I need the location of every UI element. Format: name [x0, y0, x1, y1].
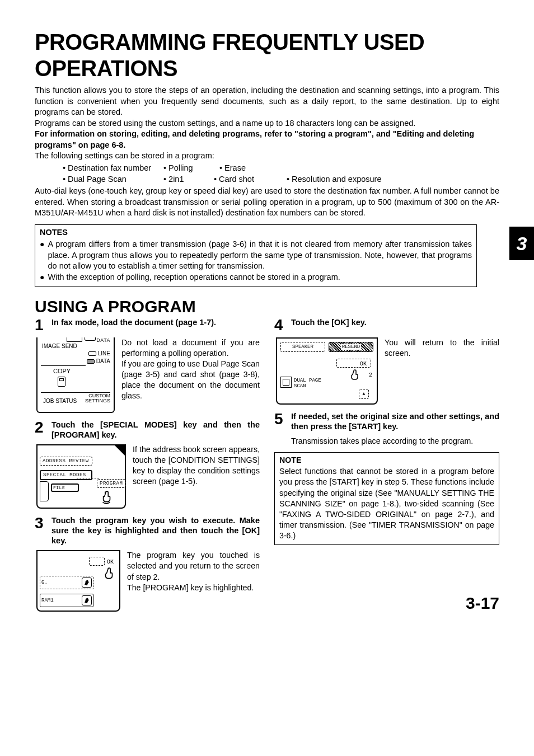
program-button: PROGRAM: [97, 479, 125, 488]
program-row: G.: [40, 576, 93, 589]
step-5-subtext: Transmission takes place according to th…: [291, 436, 499, 447]
intro-p5: Auto-dial keys (one-touch key, group key…: [35, 186, 499, 219]
line-label: LINE: [98, 350, 110, 356]
step-4-text: You will return to the initial screen.: [385, 337, 499, 405]
right-column: 4 Touch the [OK] key. SPEAKER RESEND OK …: [274, 317, 499, 619]
step-title: Touch the program key you wish to execut…: [51, 515, 260, 546]
step-5-header: 5 If needed, set the original size and o…: [274, 411, 499, 431]
setting-item: Card shot: [219, 174, 254, 185]
page-number: 3-17: [466, 594, 499, 613]
page-icon: [58, 377, 65, 387]
step-3-header: 3 Touch the program key you wish to exec…: [35, 515, 260, 546]
settings-list: •Destination fax number •Polling •Erase …: [63, 163, 499, 185]
data-label: DATA: [96, 337, 110, 343]
step-title: If needed, set the original size and oth…: [291, 411, 499, 431]
step-title: In fax mode, load the document (page 1-7…: [51, 317, 216, 333]
intro-block: This function allows you to store the st…: [35, 85, 499, 219]
setting-item: Erase: [224, 163, 246, 174]
intro-p1: This function allows you to store the st…: [35, 85, 499, 118]
dual-page-scan-label: DUAL PAGE SCAN: [294, 378, 321, 389]
step-4-header: 4 Touch the [OK] key.: [274, 317, 499, 333]
step-3-text: The program key you touched is selected …: [127, 550, 260, 612]
bullet-icon: ●: [40, 239, 44, 272]
ok-label: OK: [107, 559, 114, 565]
step-number: 4: [274, 317, 291, 333]
step-title: Touch the [SPECIAL MODES] key and then t…: [51, 420, 260, 440]
copy-label: COPY: [53, 368, 71, 374]
intro-p3: For information on storing, editing, and…: [35, 129, 499, 151]
manual-page: 3 PROGRAMMING FREQUENTLY USED OPERATIONS…: [0, 0, 534, 635]
hand-pointer-icon: [348, 369, 361, 382]
setting-item: Destination fax number: [68, 163, 151, 174]
step-number: 5: [274, 411, 291, 431]
step-2-body: ADDRESS REVIEW SPECIAL MODES FILE PROGRA…: [36, 444, 260, 509]
tab-icon: [40, 481, 49, 501]
two-label: 2: [369, 372, 372, 378]
job-status-label: JOB STATUS: [43, 398, 77, 404]
address-review-button: ADDRESS REVIEW: [40, 457, 92, 466]
note-body: Select functions that cannot be stored i…: [279, 466, 494, 541]
left-column: 1 In fax mode, load the document (page 1…: [35, 317, 260, 619]
two-column-layout: 1 In fax mode, load the document (page 1…: [35, 317, 499, 619]
special-modes-button: SPECIAL MODES: [40, 470, 92, 480]
speaker-button: SPEAKER: [280, 342, 325, 352]
step-1-body: DATA IMAGE SEND LINE DATA COPY JOB STATU…: [36, 337, 260, 413]
section-title: USING A PROGRAM: [35, 297, 499, 316]
up-arrow-icon: [359, 389, 369, 399]
note-box: NOTE Select functions that cannot be sto…: [274, 452, 499, 545]
page-title: PROGRAMMING FREQUENTLY USED OPERATIONS: [35, 29, 485, 82]
step-1-graphic: DATA IMAGE SEND LINE DATA COPY JOB STATU…: [36, 337, 115, 413]
note-text: With the exception of polling, reception…: [48, 272, 472, 283]
step-4-body: SPEAKER RESEND OK 2 DUAL PAGE SCAN You w…: [276, 337, 499, 405]
step-2-text: If the address book screen appears, touc…: [133, 444, 260, 509]
intro-p4: The following settings can be stored in …: [35, 151, 499, 162]
step-3-body: OK G. RAM1 The program key you touched i…: [36, 550, 260, 612]
image-send-label: IMAGE SEND: [42, 343, 77, 349]
hand-pointer-icon: [101, 567, 116, 581]
step-2-header: 2 Touch the [SPECIAL MODES] key and then…: [35, 420, 260, 440]
corner-fold-icon: [114, 444, 126, 457]
step-number: 1: [35, 317, 51, 333]
notes-heading: NOTES: [40, 227, 472, 238]
file-button: FILE: [51, 483, 79, 492]
document-icon: [280, 377, 292, 388]
step-3-graphic: OK G. RAM1: [36, 550, 120, 612]
bullet-icon: ●: [40, 272, 44, 283]
phone-icon: [82, 595, 92, 605]
note-text: A program differs from a timer transmiss…: [48, 239, 472, 272]
phone-icon: [82, 577, 92, 588]
step-title: Touch the [OK] key.: [291, 317, 367, 333]
setting-item: 2in1: [168, 174, 184, 185]
chapter-tab: 3: [509, 227, 534, 260]
setting-item: Resolution and exposure: [292, 174, 381, 185]
hand-pointer-icon: [99, 490, 114, 505]
step-4-graphic: SPEAKER RESEND OK 2 DUAL PAGE SCAN: [276, 337, 378, 405]
custom-settings-label: CUSTOM SETTINGS: [85, 393, 110, 403]
intro-p2: Programs can be stored using the custom …: [35, 118, 499, 129]
resend-button: RESEND: [329, 342, 373, 352]
data-label: DATA: [96, 358, 110, 364]
setting-item: Polling: [168, 163, 193, 174]
step-2-graphic: ADDRESS REVIEW SPECIAL MODES FILE PROGRA…: [36, 444, 126, 509]
program-row: RAM1: [40, 594, 93, 607]
step-number: 3: [35, 515, 51, 546]
note-heading: NOTE: [279, 455, 494, 466]
notes-box: NOTES ●A program differs from a timer tr…: [35, 224, 477, 287]
ok-label: OK: [360, 361, 367, 367]
step-1-header: 1 In fax mode, load the document (page 1…: [35, 317, 260, 333]
step-1-text: Do not load a document if you are perfor…: [121, 337, 260, 413]
setting-item: Dual Page Scan: [68, 174, 127, 185]
step-number: 2: [35, 420, 51, 440]
